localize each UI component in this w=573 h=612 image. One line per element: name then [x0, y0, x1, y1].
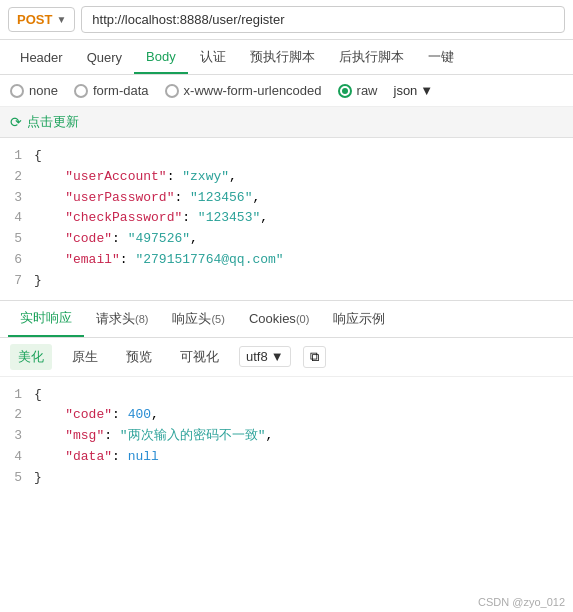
tab-body[interactable]: Body: [134, 41, 188, 74]
method-select[interactable]: POST ▼: [8, 7, 75, 32]
response-body-area: 1 { 2 "code": 400, 3 "msg": "两次输入的密码不一致"…: [0, 377, 573, 497]
tabs-row: Header Query Body 认证 预执行脚本 后执行脚本 一键: [0, 40, 573, 75]
resp-opt-beautify[interactable]: 美化: [10, 344, 52, 370]
update-button[interactable]: ⟳ 点击更新: [10, 113, 79, 131]
resp-opt-raw[interactable]: 原生: [64, 344, 106, 370]
radio-circle-none: [10, 84, 24, 98]
req-line-7: 7 }: [0, 271, 573, 292]
encoding-label: utf8: [246, 349, 268, 364]
resp-line-3: 3 "msg": "两次输入的密码不一致",: [0, 426, 573, 447]
radio-circle-urlencoded: [165, 84, 179, 98]
copy-button[interactable]: ⧉: [303, 346, 326, 368]
resp-line-5: 5 }: [0, 468, 573, 489]
encoding-select[interactable]: utf8 ▼: [239, 346, 291, 367]
req-line-2: 2 "userAccount": "zxwy",: [0, 167, 573, 188]
resp-line-2: 2 "code": 400,: [0, 405, 573, 426]
tab-pre-script[interactable]: 预执行脚本: [238, 40, 327, 74]
radio-raw[interactable]: raw: [338, 83, 378, 98]
radio-circle-raw: [338, 84, 352, 98]
resp-tab-realtime[interactable]: 实时响应: [8, 301, 84, 337]
copy-icon: ⧉: [310, 349, 319, 365]
response-tabs: 实时响应 请求头(8) 响应头(5) Cookies(0) 响应示例: [0, 301, 573, 338]
format-label: json: [394, 83, 418, 98]
update-bar: ⟳ 点击更新: [0, 107, 573, 138]
tab-onekey[interactable]: 一键: [416, 40, 466, 74]
url-input[interactable]: [81, 6, 565, 33]
encoding-chevron-icon: ▼: [271, 349, 284, 364]
resp-tab-cookies[interactable]: Cookies(0): [237, 303, 321, 334]
req-line-3: 3 "userPassword": "123456",: [0, 188, 573, 209]
radio-form-data[interactable]: form-data: [74, 83, 149, 98]
radio-label-form-data: form-data: [93, 83, 149, 98]
footer-credit: CSDN @zyo_012: [478, 596, 565, 608]
req-line-4: 4 "checkPassword": "123453",: [0, 208, 573, 229]
tab-query[interactable]: Query: [75, 42, 134, 73]
update-icon: ⟳: [10, 114, 22, 130]
req-line-1: 1 {: [0, 146, 573, 167]
format-chevron-icon: ▼: [420, 83, 433, 98]
resp-tab-req-headers[interactable]: 请求头(8): [84, 302, 160, 336]
req-line-5: 5 "code": "497526",: [0, 229, 573, 250]
tab-header[interactable]: Header: [8, 42, 75, 73]
url-bar: POST ▼: [0, 0, 573, 40]
radio-none[interactable]: none: [10, 83, 58, 98]
tab-post-script[interactable]: 后执行脚本: [327, 40, 416, 74]
resp-line-4: 4 "data": null: [0, 447, 573, 468]
resp-tab-resp-headers[interactable]: 响应头(5): [160, 302, 236, 336]
resp-opt-preview[interactable]: 预览: [118, 344, 160, 370]
radio-circle-form-data: [74, 84, 88, 98]
format-select[interactable]: json ▼: [394, 83, 434, 98]
request-body-area: 1 { 2 "userAccount": "zxwy", 3 "userPass…: [0, 138, 573, 301]
resp-tab-example[interactable]: 响应示例: [321, 302, 397, 336]
radio-inner-raw: [342, 88, 348, 94]
update-label: 点击更新: [27, 113, 79, 131]
tab-auth[interactable]: 认证: [188, 40, 238, 74]
resp-options: 美化 原生 预览 可视化 utf8 ▼ ⧉: [0, 338, 573, 377]
radio-label-raw: raw: [357, 83, 378, 98]
req-line-6: 6 "email": "2791517764@qq.com": [0, 250, 573, 271]
radio-label-none: none: [29, 83, 58, 98]
resp-line-1: 1 {: [0, 385, 573, 406]
method-label: POST: [17, 12, 52, 27]
body-options: none form-data x-www-form-urlencoded raw…: [0, 75, 573, 107]
chevron-down-icon: ▼: [56, 14, 66, 25]
resp-opt-visual[interactable]: 可视化: [172, 344, 227, 370]
radio-label-urlencoded: x-www-form-urlencoded: [184, 83, 322, 98]
radio-urlencoded[interactable]: x-www-form-urlencoded: [165, 83, 322, 98]
